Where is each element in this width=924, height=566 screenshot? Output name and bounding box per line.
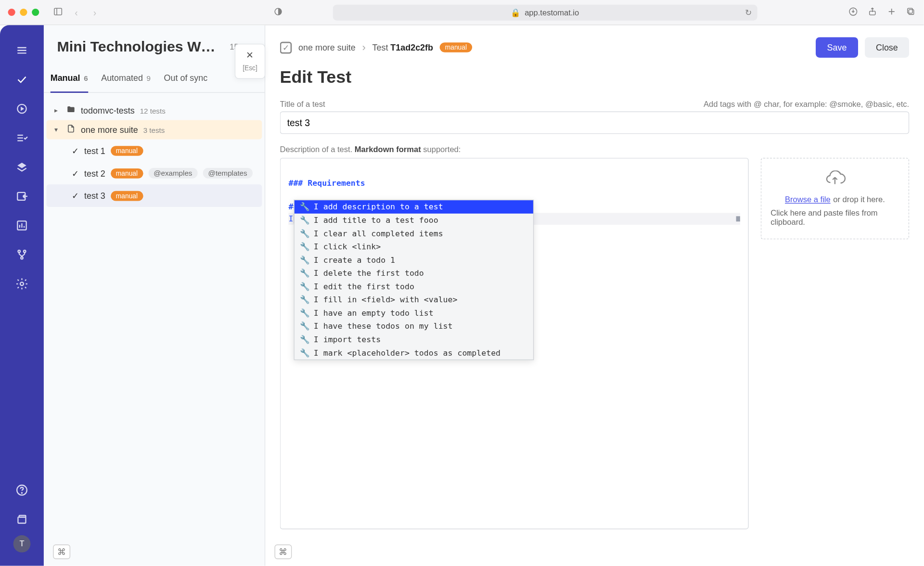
- close-label: [Esc]: [243, 64, 257, 72]
- page-title: Edit Test: [280, 67, 910, 88]
- tags-hint: Add tags with @ char, for example: @smok…: [704, 100, 909, 109]
- main-panel: one more suite › Test T1ad2c2fb manual S…: [265, 25, 924, 566]
- window-close-dot[interactable]: [8, 9, 15, 16]
- test-status-checkbox[interactable]: [280, 41, 292, 53]
- svg-marker-17: [17, 163, 26, 168]
- privacy-shield-icon[interactable]: [271, 6, 285, 18]
- tag-examples[interactable]: @examples: [148, 168, 197, 179]
- hamburger-icon[interactable]: [7, 37, 37, 64]
- nav-settings-icon[interactable]: [7, 270, 37, 297]
- check-icon: ✓: [72, 145, 79, 155]
- svg-marker-13: [21, 106, 24, 111]
- nav-help-icon[interactable]: [7, 477, 37, 503]
- manual-badge: manual: [111, 191, 143, 201]
- test-label: test 3: [84, 191, 105, 201]
- new-tab-icon[interactable]: [886, 6, 897, 18]
- svg-point-28: [22, 492, 22, 493]
- dropzone-subtext: Click here and paste files from clipboar…: [770, 208, 899, 227]
- test-row-test-1[interactable]: ✓ test 1 manual: [46, 139, 262, 162]
- suite-count: 12 tests: [140, 106, 166, 115]
- nav-forward-icon[interactable]: ›: [88, 7, 102, 17]
- svg-rect-7: [909, 9, 913, 14]
- app-root: T Mini Technologies We… 15 tes Manual 6 …: [0, 25, 924, 566]
- keyboard-hint-button[interactable]: ⌘: [53, 544, 70, 559]
- browse-file-link[interactable]: Browse a file: [785, 195, 831, 204]
- nav-import-icon[interactable]: [7, 183, 37, 209]
- sidebar: Mini Technologies We… 15 tes Manual 6 Au…: [44, 25, 265, 566]
- reload-icon[interactable]: ↻: [745, 8, 752, 17]
- dropzone-or-text: or drop it here.: [833, 195, 885, 204]
- keyboard-hint-button[interactable]: ⌘: [274, 544, 292, 559]
- nav-back-icon[interactable]: ‹: [70, 7, 83, 17]
- nav-rail: T: [0, 25, 44, 566]
- nav-tests-icon[interactable]: [7, 66, 37, 93]
- title-input[interactable]: [280, 112, 910, 134]
- suggestion-item[interactable]: 🔧I add description to a test: [295, 200, 533, 214]
- nav-review-icon[interactable]: [7, 125, 37, 151]
- svg-point-25: [21, 257, 23, 259]
- breadcrumb-test: Test T1ad2c2fb: [372, 42, 433, 52]
- download-icon[interactable]: [848, 6, 858, 18]
- manual-badge: manual: [111, 168, 143, 178]
- suggestion-item[interactable]: 🔧I delete the first todo: [295, 267, 533, 280]
- suite-label: todomvc-tests: [81, 105, 135, 116]
- check-icon: ✓: [72, 191, 79, 201]
- nav-runs-icon[interactable]: [7, 95, 37, 122]
- suggestion-item[interactable]: 🔧I have these todos on my list: [295, 320, 533, 333]
- svg-rect-8: [908, 8, 912, 13]
- nav-analytics-icon[interactable]: [7, 212, 37, 239]
- upload-cloud-icon: [770, 170, 899, 190]
- close-panel-handle[interactable]: ✕ [Esc]: [235, 44, 265, 79]
- svg-rect-0: [54, 8, 62, 15]
- user-avatar[interactable]: T: [13, 535, 31, 553]
- save-button[interactable]: Save: [816, 37, 858, 58]
- suggestion-item[interactable]: 🔧I mark <placeholder> todos as completed: [295, 346, 533, 360]
- test-label: test 1: [84, 145, 105, 155]
- test-row-test-2[interactable]: ✓ test 2 manual @examples @templates: [46, 162, 262, 184]
- suggestion-item[interactable]: 🔧I have an empty todo list: [295, 307, 533, 320]
- address-bar[interactable]: 🔒 app.testomat.io ↻: [333, 4, 757, 20]
- svg-point-23: [18, 250, 20, 253]
- suggestion-item[interactable]: 🔧I clear all completed items: [295, 227, 533, 240]
- close-button[interactable]: Close: [865, 37, 910, 58]
- manual-badge: manual: [111, 145, 143, 155]
- window-max-dot[interactable]: [32, 9, 39, 16]
- browser-chrome: ‹ › 🔒 app.testomat.io ↻: [0, 0, 924, 25]
- share-icon[interactable]: [867, 6, 877, 18]
- breadcrumb-suite[interactable]: one more suite: [298, 42, 356, 52]
- tag-templates[interactable]: @templates: [203, 168, 252, 179]
- tabs-icon[interactable]: [906, 6, 916, 18]
- svg-point-26: [20, 282, 24, 285]
- suggestion-item[interactable]: 🔧I add title to a test fooo: [295, 214, 533, 227]
- suggestion-item[interactable]: 🔧I import tests: [295, 333, 533, 347]
- title-label: Title of a test: [280, 100, 325, 109]
- file-dropzone[interactable]: Browse a file or drop it here. Click her…: [761, 158, 910, 239]
- folder-icon: [66, 105, 76, 116]
- suite-one-more-suite[interactable]: ▾ one more suite 3 tests: [46, 120, 262, 139]
- nav-layers-icon[interactable]: [7, 154, 37, 180]
- tab-automated[interactable]: Automated 9: [101, 73, 151, 92]
- nav-files-icon[interactable]: [7, 506, 37, 532]
- description-editor[interactable]: ### Requirements ### Steps I 🔧I add desc…: [280, 158, 749, 529]
- tab-manual[interactable]: Manual 6: [51, 73, 88, 92]
- file-icon: [66, 124, 76, 135]
- breadcrumb-sep: ›: [362, 41, 365, 53]
- sidebar-toggle-icon[interactable]: [51, 6, 64, 18]
- close-icon: ✕: [246, 50, 254, 60]
- nav-branch-icon[interactable]: [7, 242, 37, 268]
- breadcrumb-row: one more suite › Test T1ad2c2fb manual S…: [280, 37, 910, 58]
- window-min-dot[interactable]: [20, 9, 27, 16]
- lock-icon: 🔒: [511, 8, 521, 17]
- suite-label: one more suite: [81, 125, 138, 135]
- url-host: app.testomat.io: [525, 8, 579, 17]
- suite-todomvc-tests[interactable]: ▸ todomvc-tests 12 tests: [46, 101, 262, 120]
- chevron-down-icon: ▾: [54, 126, 61, 133]
- svg-rect-29: [18, 517, 26, 523]
- suggestion-item[interactable]: 🔧I click <link>: [295, 240, 533, 254]
- suggestion-item[interactable]: 🔧I edit the first todo: [295, 280, 533, 294]
- test-row-test-3[interactable]: ✓ test 3 manual: [46, 184, 262, 207]
- window-traffic-lights: [8, 9, 39, 16]
- suggestion-item[interactable]: 🔧I fill in <field> with <value>: [295, 293, 533, 307]
- tab-out-of-sync[interactable]: Out of sync: [164, 73, 208, 92]
- suggestion-item[interactable]: 🔧I create a todo 1: [295, 253, 533, 267]
